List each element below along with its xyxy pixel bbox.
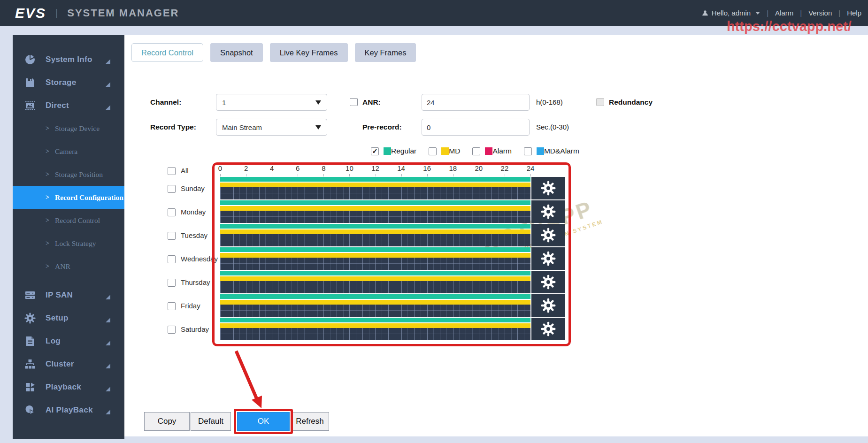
day-settings-gear-button-friday[interactable] (531, 294, 565, 317)
time-axis-tick (376, 174, 376, 176)
sidebar-item-system-info[interactable]: System Info (13, 48, 124, 71)
day-checkbox-sunday[interactable] (168, 185, 176, 193)
sidebar-item-label: AI PlayBack (46, 405, 93, 415)
record-type-label: Record Type: (150, 119, 196, 136)
header-divider: | (767, 9, 768, 17)
day-settings-gear-button-wednesday[interactable] (531, 247, 565, 270)
header-divider: | (838, 9, 840, 17)
film-frame-icon (24, 100, 36, 111)
schedule-row-sunday[interactable] (220, 177, 530, 200)
day-checkbox-friday[interactable] (168, 302, 176, 310)
time-axis-tick (505, 174, 505, 176)
schedule-timeline-grid[interactable] (220, 258, 530, 270)
server-icon (24, 290, 36, 301)
gear-icon (24, 313, 36, 324)
legend-item-md: MD (429, 147, 472, 155)
gear-icon (541, 204, 556, 219)
day-settings-gear-button-thursday[interactable] (531, 271, 565, 293)
schedule-row-monday[interactable] (220, 200, 530, 224)
schedule-timeline-grid[interactable] (220, 211, 530, 223)
sidebar-nav: System InfoStorageDirectStorage DeviceCa… (13, 35, 124, 439)
schedule-timeline-grid[interactable] (220, 305, 530, 317)
user-menu[interactable]: Hello, admin (702, 9, 760, 17)
day-checkbox-tuesday[interactable] (168, 232, 176, 240)
legend-label: MD (449, 147, 460, 155)
sidebar-subitem-storage-device[interactable]: Storage Device (13, 117, 124, 140)
sidebar-subitem-lock-strategy[interactable]: Lock Strategy (13, 232, 124, 255)
dropdown-arrow-icon (315, 125, 321, 130)
header-link-version[interactable]: Version (808, 9, 832, 17)
sidebar-subitem-record-configuration[interactable]: Record Configuration (13, 186, 124, 209)
legend-item-mdandalarm: MD&Alarm (524, 147, 591, 155)
schedule-row-wednesday[interactable] (220, 247, 530, 271)
sidebar-subitem-camera[interactable]: Camera (13, 140, 124, 163)
schedule-row-saturday[interactable] (220, 318, 530, 341)
legend-checkbox-mdandalarm[interactable] (524, 147, 532, 155)
default-button[interactable]: Default (191, 412, 231, 431)
header-divider: | (55, 8, 58, 18)
schedule-timeline-grid[interactable] (220, 281, 530, 293)
day-label-friday: Friday (181, 302, 200, 310)
schedule-row-tuesday[interactable] (220, 224, 530, 247)
time-axis-label: 4 (270, 164, 274, 172)
refresh-button[interactable]: Refresh (291, 412, 329, 431)
anr-checkbox[interactable] (350, 98, 358, 106)
sidebar-item-direct[interactable]: Direct (13, 94, 124, 117)
tab-record-control[interactable]: Record Control (131, 43, 203, 62)
sidebar-item-label: IP SAN (46, 290, 73, 300)
legend-checkbox-md[interactable] (429, 147, 437, 155)
header-link-help[interactable]: Help (847, 9, 861, 17)
day-settings-gear-button-sunday[interactable] (531, 177, 565, 199)
legend-checkbox-regular[interactable] (371, 147, 379, 155)
legend-checkbox-alarm[interactable] (472, 147, 480, 155)
schedule-timeline-grid[interactable] (220, 328, 530, 340)
day-settings-gear-button-tuesday[interactable] (531, 224, 565, 246)
record-bar-regular (220, 224, 530, 229)
day-checkbox-monday[interactable] (168, 208, 176, 216)
record-bar-regular (220, 177, 530, 182)
sidebar-item-log[interactable]: Log (13, 329, 124, 352)
legend-item-regular: Regular (371, 147, 429, 155)
document-icon (24, 336, 36, 347)
day-checkbox-saturday[interactable] (168, 326, 176, 334)
sidebar-item-ai-playback[interactable]: AI PlayBack (13, 398, 124, 421)
sidebar-item-cluster[interactable]: Cluster (13, 352, 124, 375)
sidebar-item-setup[interactable]: Setup (13, 306, 124, 329)
channel-select[interactable]: 1 (216, 94, 327, 111)
tab-key-frames[interactable]: Key Frames (355, 43, 416, 62)
sidebar-item-label: Setup (46, 313, 69, 323)
redundancy-checkbox[interactable] (596, 98, 604, 106)
day-label-saturday: Saturday (181, 325, 209, 334)
time-axis-label: 20 (475, 164, 483, 172)
header-link-alarm[interactable]: Alarm (775, 9, 793, 17)
day-settings-gear-button-monday[interactable] (531, 200, 565, 223)
record-bar-regular (220, 247, 530, 252)
record-bar-md (220, 253, 530, 258)
sidebar-item-playback[interactable]: Playback (13, 375, 124, 398)
sidebar-subitem-anr[interactable]: ANR (13, 255, 124, 278)
ok-button[interactable]: OK (237, 412, 290, 431)
pre-record-input[interactable] (422, 119, 530, 136)
tab-live-key-frames[interactable]: Live Key Frames (270, 43, 348, 62)
floppy-disk-icon (24, 77, 36, 88)
anr-input[interactable] (422, 94, 530, 111)
sidebar-subitem-record-control[interactable]: Record Control (13, 209, 124, 232)
schedule-row-thursday[interactable] (220, 271, 530, 294)
day-settings-gear-button-saturday[interactable] (531, 318, 565, 340)
day-checkbox-thursday[interactable] (168, 279, 176, 287)
sidebar-subitem-storage-position[interactable]: Storage Position (13, 163, 124, 186)
schedule-timeline-grid[interactable] (220, 234, 530, 246)
select-all-days-checkbox[interactable] (168, 167, 176, 175)
copy-button[interactable]: Copy (144, 412, 190, 431)
record-type-select[interactable]: Main Stream (216, 119, 327, 136)
sidebar-item-ip-san[interactable]: IP SAN (13, 283, 124, 306)
schedule-timeline-grid[interactable] (220, 187, 530, 199)
tab-snapshot[interactable]: Snapshot (210, 43, 263, 62)
sidebar-item-label: Cluster (46, 359, 74, 369)
time-axis-tick (220, 174, 221, 176)
day-checkbox-wednesday[interactable] (168, 255, 176, 263)
gear-icon (541, 321, 556, 336)
sidebar-item-storage[interactable]: Storage (13, 71, 124, 94)
schedule-row-friday[interactable] (220, 294, 530, 318)
corner-triangle-icon (106, 295, 110, 299)
